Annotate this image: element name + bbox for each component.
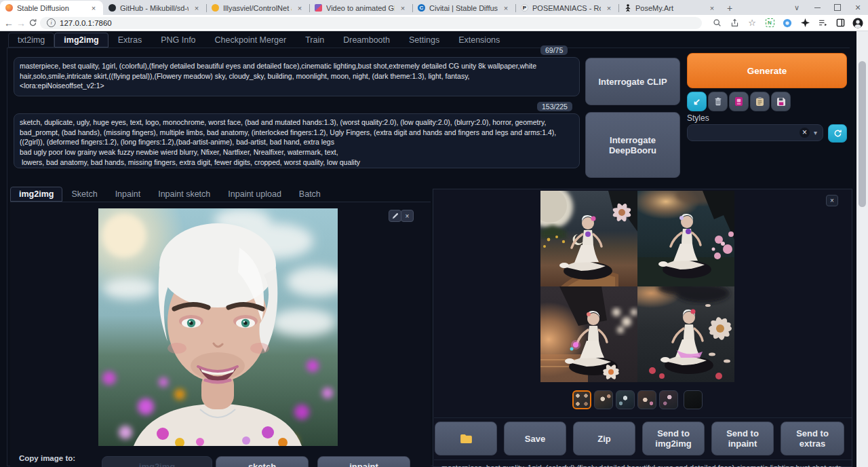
browser-tab-controlnet[interactable]: Illyasviel/ControlNet at main ×: [206, 1, 309, 15]
result-image-grid[interactable]: [540, 191, 734, 382]
subtab-img2img[interactable]: img2img: [10, 187, 62, 202]
page-scrollbar-thumb[interactable]: [859, 61, 866, 207]
tab-close-icon[interactable]: ×: [605, 4, 613, 12]
extra-networks-button[interactable]: [729, 92, 749, 111]
styles-dropdown[interactable]: × ▾: [687, 124, 823, 141]
tab-img2img[interactable]: img2img: [54, 33, 108, 48]
window-minimize-button[interactable]: [807, 0, 827, 15]
gallery-thumbnail-6[interactable]: [684, 390, 703, 409]
open-folder-button[interactable]: [435, 422, 497, 455]
tab-separator: [618, 4, 619, 12]
result-image-4[interactable]: [637, 286, 734, 382]
browser-tab-github[interactable]: GitHub - Mikubill/sd-webui-con ×: [103, 1, 206, 15]
tab-close-icon[interactable]: ×: [90, 4, 98, 12]
styles-label: Styles: [687, 113, 709, 123]
notion-extension-icon[interactable]: N: [764, 18, 775, 29]
styles-clear-icon[interactable]: ×: [800, 128, 810, 138]
prompt-input[interactable]: masterpiece, best quality, 1girl, (color…: [14, 57, 580, 96]
zoom-icon[interactable]: [711, 18, 722, 29]
subtab-inpaint-sketch[interactable]: Inpaint sketch: [149, 187, 219, 202]
profile-avatar[interactable]: [852, 18, 863, 29]
gallery-thumbnail-5[interactable]: [659, 390, 678, 409]
address-bar[interactable]: i 127.0.0.1:7860: [40, 17, 702, 29]
tab-title: Illyasviel/ControlNet at main: [223, 4, 292, 12]
extensions-pinwheel-icon[interactable]: [800, 18, 810, 29]
browser-tab-posemyart[interactable]: PoseMy.Art ×: [618, 1, 722, 15]
interrogate-deepbooru-button[interactable]: Interrogate DeepBooru: [585, 112, 680, 178]
negative-prompt-input[interactable]: sketch, duplicate, ugly, huge eyes, text…: [14, 113, 580, 168]
tab-separator: [515, 4, 516, 12]
styles-refresh-button[interactable]: [828, 124, 847, 143]
result-image-2[interactable]: [637, 191, 734, 286]
copy-to-img2img-button[interactable]: img2img: [102, 456, 212, 467]
tab-txt2img[interactable]: txt2img: [8, 33, 54, 48]
subtab-batch[interactable]: Batch: [290, 187, 330, 202]
send-to-img2img-button[interactable]: Send to img2img: [642, 422, 705, 455]
edit-image-button[interactable]: [389, 210, 401, 222]
generate-button[interactable]: Generate: [687, 53, 847, 88]
blue-extension-icon[interactable]: [782, 18, 793, 29]
gallery-thumbnail-1-selected[interactable]: [572, 390, 591, 409]
new-tab-button[interactable]: +: [722, 1, 738, 15]
tab-close-icon[interactable]: ×: [502, 4, 510, 12]
back-button[interactable]: ←: [4, 16, 14, 30]
chevron-down-icon: ▾: [814, 129, 817, 136]
divider: [434, 460, 852, 460]
window-close-button[interactable]: ×: [848, 0, 868, 15]
tab-close-icon[interactable]: ×: [399, 4, 407, 12]
tab-close-icon[interactable]: ×: [708, 4, 716, 12]
tab-checkpoint-merger[interactable]: Checkpoint Merger: [205, 33, 296, 48]
side-panel-icon[interactable]: [835, 18, 846, 29]
zip-button[interactable]: Zip: [573, 422, 635, 455]
reading-list-icon[interactable]: [817, 18, 828, 29]
tab-png-info[interactable]: PNG Info: [151, 33, 205, 48]
share-icon[interactable]: [729, 18, 740, 29]
gallery-thumbnail-3[interactable]: [616, 390, 635, 409]
tab-dreambooth[interactable]: Dreambooth: [334, 33, 399, 48]
subtab-sketch[interactable]: Sketch: [62, 187, 106, 202]
copy-to-inpaint-button[interactable]: inpaint: [317, 456, 410, 467]
reload-button[interactable]: [28, 16, 37, 30]
save-button[interactable]: Save: [504, 422, 566, 455]
github-favicon: [108, 4, 116, 12]
page-scrollbar[interactable]: [856, 31, 868, 467]
remove-image-button[interactable]: ×: [401, 210, 414, 222]
clear-prompt-button[interactable]: [708, 92, 728, 111]
tab-close-icon[interactable]: ×: [193, 4, 201, 12]
window-controls: ∨ ×: [787, 0, 868, 15]
browser-tab-civitai[interactable]: C Civitai | Stable Diffusion models ×: [412, 1, 515, 15]
tab-extras[interactable]: Extras: [108, 33, 151, 48]
gallery-thumbnail-4[interactable]: [637, 390, 656, 409]
browser-tab-stable-diffusion[interactable]: Stable Diffusion ×: [0, 1, 103, 15]
tab-train[interactable]: Train: [296, 33, 334, 48]
source-image[interactable]: [98, 208, 338, 446]
source-image-area[interactable]: ×: [10, 202, 431, 467]
result-image-1[interactable]: [540, 191, 637, 286]
tab-close-icon[interactable]: ×: [296, 4, 304, 12]
site-info-icon[interactable]: i: [47, 18, 56, 27]
send-to-inpaint-button[interactable]: Send to inpaint: [711, 422, 774, 455]
tab-search-icon[interactable]: ∨: [787, 0, 807, 15]
forward-button[interactable]: →: [16, 16, 26, 30]
paste-generation-params-button[interactable]: ↙: [687, 92, 707, 111]
tab-extensions[interactable]: Extensions: [449, 33, 509, 48]
window-maximize-button[interactable]: [827, 0, 848, 15]
bookmark-star-icon[interactable]: ☆: [747, 18, 757, 29]
gallery-close-button[interactable]: ×: [826, 195, 838, 206]
browser-tab-gif-converter[interactable]: Video to animated GIF converter ×: [309, 1, 412, 15]
send-to-extras-button[interactable]: Send to extras: [781, 422, 844, 455]
save-style-button[interactable]: [771, 92, 791, 111]
subtab-inpaint-upload[interactable]: Inpaint upload: [219, 187, 290, 202]
tab-settings[interactable]: Settings: [399, 33, 449, 48]
interrogate-clip-button[interactable]: Interrogate CLIP: [585, 58, 680, 105]
browser-tab-posemaniacs[interactable]: P POSEMANIACS - Royalty free 3 ×: [515, 1, 618, 15]
tab-title: PoseMy.Art: [635, 4, 704, 12]
gif-converter-favicon: [315, 4, 322, 12]
apply-style-button[interactable]: [750, 92, 770, 111]
copy-to-sketch-button[interactable]: sketch: [216, 456, 309, 467]
gallery-thumbnail-2[interactable]: [594, 390, 613, 409]
floppy-save-icon: [777, 98, 785, 106]
down-left-arrow-icon: ↙: [693, 96, 701, 107]
subtab-inpaint[interactable]: Inpaint: [106, 187, 150, 202]
result-image-3[interactable]: [540, 286, 637, 382]
